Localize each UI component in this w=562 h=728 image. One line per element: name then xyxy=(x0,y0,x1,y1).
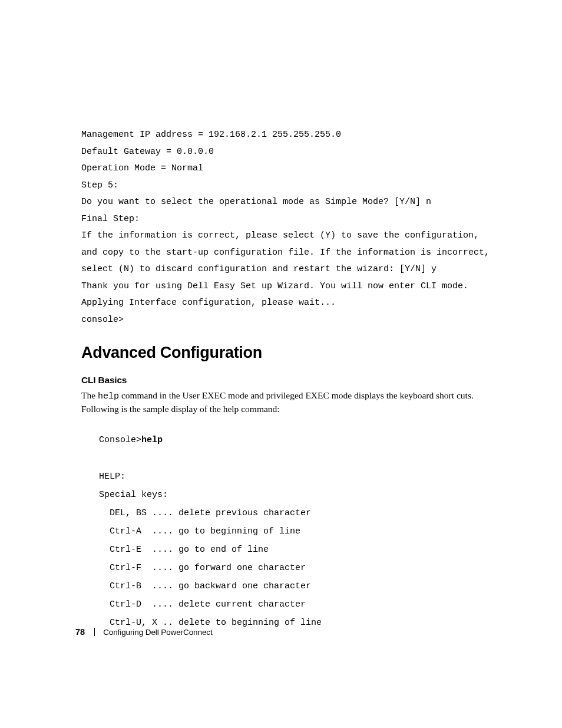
help-line: Special keys: xyxy=(99,490,168,500)
page-number: 78 xyxy=(75,627,85,637)
help-command: help xyxy=(141,435,163,445)
help-line: Ctrl-A .... go to beginning of line xyxy=(99,526,300,536)
help-line: Ctrl-E .... go to end of line xyxy=(99,545,269,555)
console-line: Operation Mode = Normal xyxy=(81,163,203,173)
section-heading: Advanced Configuration xyxy=(81,344,497,362)
console-line: Step 5: xyxy=(81,180,118,190)
console-line: Do you want to select the operational mo… xyxy=(81,197,431,207)
help-line: DEL, BS .... delete previous character xyxy=(99,508,311,518)
console-line: If the information is correct, please se… xyxy=(81,230,495,274)
help-line: Ctrl-D .... delete current character xyxy=(99,599,306,610)
console-line: Final Step: xyxy=(81,214,140,224)
help-output: Console>help HELP: Special keys: DEL, BS… xyxy=(99,431,497,633)
page-container: Management IP address = 192.168.2.1 255.… xyxy=(0,0,562,728)
footer-separator xyxy=(94,628,95,636)
paragraph: The help command in the User EXEC mode a… xyxy=(81,389,497,416)
page-footer: 78 Configuring Dell PowerConnect xyxy=(75,627,213,637)
inline-code: help xyxy=(98,391,119,401)
help-line: HELP: xyxy=(99,472,125,482)
help-line: Ctrl-F .... go forward one character xyxy=(99,563,306,573)
console-line: Default Gateway = 0.0.0.0 xyxy=(81,147,214,157)
console-line: Applying Interface configuration, please… xyxy=(81,298,336,308)
help-line: Ctrl-B .... go backward one character xyxy=(99,581,311,591)
chapter-title: Configuring Dell PowerConnect xyxy=(103,628,212,637)
subsection-heading: CLI Basics xyxy=(81,375,497,386)
console-output: Management IP address = 192.168.2.1 255.… xyxy=(81,127,497,328)
console-line: Thank you for using Dell Easy Set up Wiz… xyxy=(81,281,468,291)
console-line: console> xyxy=(81,315,124,325)
help-prompt: Console> xyxy=(99,435,141,445)
help-line: Ctrl-U, X .. delete to beginning of line xyxy=(99,618,322,628)
para-text: command in the User EXEC mode and privil… xyxy=(81,390,474,414)
para-text: The xyxy=(81,390,98,400)
console-line: Management IP address = 192.168.2.1 255.… xyxy=(81,130,341,140)
